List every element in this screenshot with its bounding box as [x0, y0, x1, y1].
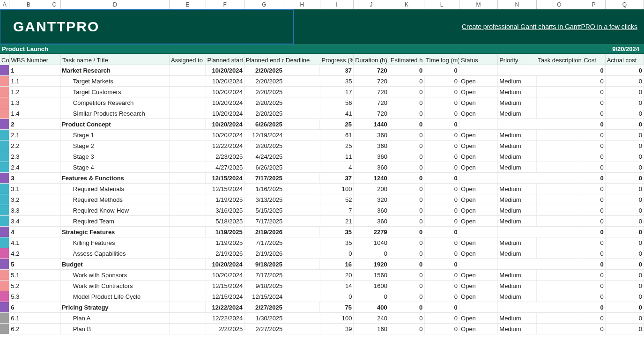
table-row[interactable]: 1Market Research10/20/20242/20/202537720…	[0, 65, 644, 76]
status-cell[interactable]: Open	[459, 108, 498, 118]
col-start[interactable]: Planned start date	[206, 54, 244, 65]
progress-cell[interactable]: 11	[320, 151, 354, 162]
duration-cell[interactable]: 240	[354, 313, 389, 323]
task-name-cell[interactable]: Work with Contractors	[61, 281, 170, 291]
assigned-cell[interactable]	[170, 194, 206, 205]
col-letter-O[interactable]: O	[537, 0, 583, 9]
start-cell[interactable]: 10/20/2024	[206, 270, 244, 280]
duration-cell[interactable]: 720	[354, 108, 389, 118]
estimated-cell[interactable]: 0	[389, 162, 425, 172]
deadline-cell[interactable]	[284, 108, 320, 118]
start-cell[interactable]: 12/22/2024	[206, 140, 244, 151]
wbs-cell[interactable]: 2	[9, 119, 48, 129]
spacer-cell[interactable]	[48, 184, 61, 194]
priority-cell[interactable]: Medium	[498, 76, 536, 86]
timelog-cell[interactable]: 0	[425, 130, 460, 140]
assigned-cell[interactable]	[170, 65, 206, 75]
duration-cell[interactable]: 360	[354, 216, 389, 226]
actual-cell[interactable]: 0	[606, 119, 644, 129]
wbs-cell[interactable]: 3	[9, 173, 48, 183]
status-cell[interactable]: Open	[459, 216, 498, 226]
desc-cell[interactable]	[537, 237, 583, 248]
duration-cell[interactable]: 360	[354, 130, 389, 140]
end-cell[interactable]: 12/15/2024	[244, 291, 284, 302]
start-cell[interactable]: 10/20/2024	[206, 119, 244, 129]
table-row[interactable]: 6.1Plan A12/22/20241/30/202510024000Open…	[0, 313, 644, 324]
col-cost[interactable]: Cost	[582, 54, 605, 65]
wbs-cell[interactable]: 3.3	[9, 205, 48, 215]
end-cell[interactable]: 2/20/2025	[244, 65, 284, 75]
deadline-cell[interactable]	[284, 237, 320, 248]
end-cell[interactable]: 7/17/2025	[244, 173, 284, 183]
assigned-cell[interactable]	[170, 162, 206, 172]
end-cell[interactable]: 12/19/2024	[244, 130, 284, 140]
desc-cell[interactable]	[536, 65, 582, 75]
assigned-cell[interactable]	[170, 313, 206, 323]
wbs-cell[interactable]: 4.1	[9, 237, 48, 248]
col-estimated[interactable]: Estimated h	[389, 54, 425, 65]
wbs-cell[interactable]: 6	[9, 302, 48, 312]
timelog-cell[interactable]: 0	[425, 270, 460, 280]
priority-cell[interactable]: Medium	[498, 108, 536, 118]
cost-cell[interactable]: 0	[582, 87, 605, 97]
desc-cell[interactable]	[537, 216, 583, 226]
cost-cell[interactable]: 0	[582, 119, 605, 129]
col-status[interactable]: Status	[459, 54, 498, 65]
start-cell[interactable]: 12/15/2024	[206, 281, 244, 291]
col-letter-B[interactable]: B	[9, 0, 48, 9]
start-cell[interactable]: 5/18/2025	[206, 216, 244, 226]
assigned-cell[interactable]	[170, 97, 206, 108]
priority-cell[interactable]: Medium	[498, 291, 536, 302]
actual-cell[interactable]: 0	[606, 65, 644, 75]
status-cell[interactable]	[459, 173, 498, 183]
spacer-cell[interactable]	[48, 173, 61, 183]
priority-cell[interactable]	[498, 173, 536, 183]
deadline-cell[interactable]	[284, 216, 320, 226]
timelog-cell[interactable]: 0	[425, 162, 460, 172]
status-cell[interactable]: Open	[459, 140, 498, 151]
task-name-cell[interactable]: Required Methods	[61, 194, 170, 205]
estimated-cell[interactable]: 0	[389, 227, 425, 237]
desc-cell[interactable]	[536, 227, 582, 237]
timelog-cell[interactable]: 0	[425, 281, 460, 291]
wbs-cell[interactable]: 2.1	[9, 130, 48, 140]
progress-cell[interactable]: 16	[320, 259, 354, 269]
desc-cell[interactable]	[537, 87, 583, 97]
desc-cell[interactable]	[537, 313, 583, 323]
estimated-cell[interactable]: 0	[389, 130, 425, 140]
deadline-cell[interactable]	[284, 291, 320, 302]
timelog-cell[interactable]: 0	[425, 324, 460, 334]
estimated-cell[interactable]: 0	[389, 237, 425, 248]
end-cell[interactable]: 2/19/2026	[244, 248, 284, 259]
priority-cell[interactable]	[498, 259, 536, 269]
timelog-cell[interactable]: 0	[424, 119, 459, 129]
cost-cell[interactable]: 0	[582, 130, 605, 140]
assigned-cell[interactable]	[170, 270, 206, 280]
cost-cell[interactable]: 0	[582, 194, 605, 205]
deadline-cell[interactable]	[284, 248, 320, 259]
col-letter-F[interactable]: F	[206, 0, 244, 9]
progress-cell[interactable]: 0	[320, 291, 354, 302]
table-row[interactable]: 1.2Target Customers10/20/20242/20/202517…	[0, 87, 644, 97]
assigned-cell[interactable]	[170, 108, 206, 118]
cost-cell[interactable]: 0	[582, 140, 605, 151]
cost-cell[interactable]: 0	[582, 227, 605, 237]
desc-cell[interactable]	[536, 302, 582, 312]
end-cell[interactable]: 2/20/2025	[244, 97, 284, 108]
end-cell[interactable]: 7/17/2025	[244, 216, 284, 226]
cost-cell[interactable]: 0	[582, 259, 605, 269]
cost-cell[interactable]: 0	[582, 65, 605, 75]
task-name-cell[interactable]: Strategic Features	[61, 227, 170, 237]
progress-cell[interactable]: 61	[320, 130, 354, 140]
brand-logo-cell[interactable]: GANTTPRO	[0, 9, 294, 44]
table-row[interactable]: 1.1Target Markets10/20/20242/20/20253572…	[0, 76, 644, 87]
deadline-cell[interactable]	[284, 76, 320, 86]
priority-cell[interactable]	[498, 302, 536, 312]
progress-cell[interactable]: 52	[320, 194, 354, 205]
end-cell[interactable]: 2/27/2025	[244, 324, 284, 334]
spacer-cell[interactable]	[48, 227, 61, 237]
wbs-cell[interactable]: 4	[9, 227, 48, 237]
table-row[interactable]: 5Budget10/20/20249/18/20251619200000	[0, 259, 644, 270]
timelog-cell[interactable]: 0	[425, 313, 460, 323]
spacer-cell[interactable]	[48, 281, 61, 291]
